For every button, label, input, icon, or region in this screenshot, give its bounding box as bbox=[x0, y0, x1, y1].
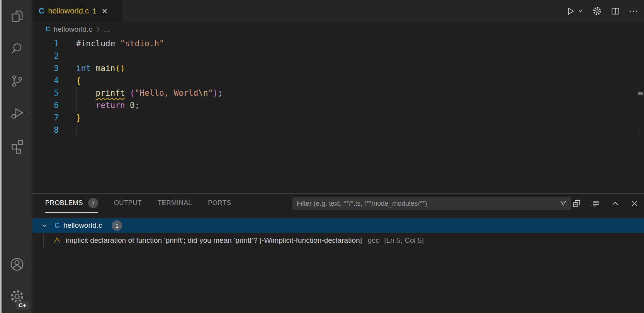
close-panel-icon[interactable] bbox=[630, 199, 639, 208]
code-line-content[interactable]: prinft ("Hello, World\n"); bbox=[76, 87, 644, 99]
problem-item[interactable]: ⚠ implicit declaration of function ‘prin… bbox=[32, 233, 644, 247]
code-line[interactable]: 2 bbox=[32, 50, 644, 62]
panel-tab-label: TERMINAL bbox=[158, 199, 192, 207]
problem-source: gcc bbox=[368, 236, 379, 245]
warning-icon: ⚠ bbox=[53, 236, 61, 244]
problems-filter bbox=[292, 197, 571, 210]
panel-tab-problems[interactable]: PROBLEMS1 bbox=[45, 194, 98, 213]
line-number[interactable]: 2 bbox=[32, 50, 59, 62]
code-token bbox=[76, 101, 96, 110]
code-lines: 1#include "stdio.h"23int main()4{5 prinf… bbox=[32, 37, 644, 136]
editor-tab-bar: C helloworld.c 1 × bbox=[32, 0, 644, 22]
line-number[interactable]: 6 bbox=[32, 99, 59, 112]
code-token: 0 bbox=[130, 101, 135, 110]
manage-button[interactable]: C+ bbox=[2, 281, 32, 312]
line-number[interactable]: 8 bbox=[32, 124, 59, 136]
chevron-down-icon[interactable] bbox=[41, 222, 48, 229]
panel-header: PROBLEMS1OUTPUTTERMINALPORTS bbox=[32, 194, 644, 213]
problems-file-row[interactable]: C helloworld.c 1 bbox=[32, 218, 644, 233]
bottom-panel: PROBLEMS1OUTPUTTERMINALPORTS bbox=[32, 193, 644, 313]
panel-tab-label: PORTS bbox=[208, 199, 231, 207]
code-line[interactable]: 1#include "stdio.h" bbox=[32, 37, 644, 50]
code-token: main bbox=[96, 64, 116, 73]
problems-list: C helloworld.c 1 ⚠ implicit declaration … bbox=[32, 218, 644, 247]
code-line-content[interactable]: { bbox=[76, 74, 644, 87]
sidebar-item-run-debug[interactable] bbox=[2, 97, 32, 130]
overview-ruler-marker bbox=[638, 92, 643, 95]
run-icon[interactable] bbox=[565, 6, 575, 16]
c-file-icon: C bbox=[54, 222, 59, 230]
c-file-icon: C bbox=[39, 7, 44, 15]
line-number[interactable]: 3 bbox=[32, 62, 59, 74]
code-token: return bbox=[96, 101, 125, 110]
line-number[interactable]: 5 bbox=[32, 87, 59, 99]
accounts-button[interactable] bbox=[2, 248, 32, 281]
panel-tab-ports[interactable]: PORTS bbox=[208, 194, 231, 213]
editor-actions bbox=[565, 0, 639, 22]
panel-tab-output[interactable]: OUTPUT bbox=[114, 194, 142, 213]
code-line[interactable]: 5 prinft ("Hello, World\n"); bbox=[32, 87, 644, 99]
problems-count-badge: 1 bbox=[112, 220, 122, 231]
chevron-right-icon bbox=[95, 26, 101, 32]
code-line-content[interactable]: #include "stdio.h" bbox=[76, 37, 644, 50]
close-icon[interactable]: × bbox=[102, 7, 107, 15]
warning-token: prinft bbox=[96, 88, 125, 98]
line-number[interactable]: 1 bbox=[32, 37, 59, 50]
code-token bbox=[125, 88, 130, 98]
code-token: () bbox=[115, 64, 125, 73]
sidebar-item-extensions[interactable] bbox=[2, 130, 32, 162]
code-token: { bbox=[76, 76, 81, 85]
code-token: } bbox=[76, 113, 81, 122]
view-as-table-icon[interactable] bbox=[591, 199, 600, 208]
debug-icon bbox=[9, 106, 25, 121]
code-line-content[interactable] bbox=[76, 124, 639, 136]
problems-file-name: helloworld.c bbox=[63, 221, 102, 230]
c-file-icon: C bbox=[46, 26, 50, 33]
sidebar-item-explorer[interactable] bbox=[2, 0, 32, 32]
source-control-icon bbox=[9, 73, 25, 89]
code-token: "Hello, World bbox=[135, 88, 198, 98]
tab-helloworld[interactable]: C helloworld.c 1 × bbox=[32, 0, 122, 22]
problem-message: implicit declaration of function ‘prinft… bbox=[66, 236, 362, 245]
activity-bar: C+ bbox=[2, 0, 32, 313]
code-line-content[interactable]: } bbox=[76, 112, 644, 124]
code-token bbox=[76, 88, 96, 98]
code-token: ; bbox=[218, 88, 223, 98]
code-line[interactable]: 7} bbox=[32, 112, 644, 124]
collapse-all-icon[interactable] bbox=[572, 199, 581, 208]
more-actions-icon[interactable] bbox=[629, 6, 639, 16]
code-line-content[interactable]: int main() bbox=[76, 62, 644, 74]
split-editor-icon[interactable] bbox=[610, 6, 620, 16]
chevron-down-icon[interactable] bbox=[577, 8, 584, 14]
panel-tabs: PROBLEMS1OUTPUTTERMINALPORTS bbox=[45, 194, 247, 213]
problems-badge: 1 bbox=[88, 198, 98, 208]
account-icon bbox=[8, 256, 25, 273]
breadcrumb-symbol[interactable]: ... bbox=[104, 25, 110, 34]
tab-problems-count: 1 bbox=[92, 7, 97, 15]
panel-tab-label: PROBLEMS bbox=[45, 199, 83, 207]
run-button-group[interactable] bbox=[565, 6, 584, 16]
sidebar-item-source-control[interactable] bbox=[2, 65, 32, 97]
panel-tab-terminal[interactable]: TERMINAL bbox=[158, 194, 192, 213]
line-number[interactable]: 4 bbox=[32, 74, 59, 87]
activity-bar-bottom: C+ bbox=[2, 248, 32, 312]
breadcrumb[interactable]: C helloworld.c ... bbox=[32, 22, 644, 37]
code-line-content[interactable] bbox=[76, 50, 644, 62]
line-number[interactable]: 7 bbox=[32, 112, 59, 124]
settings-gear-icon[interactable] bbox=[592, 6, 602, 16]
files-icon bbox=[9, 8, 25, 24]
sidebar-item-search[interactable] bbox=[2, 32, 32, 65]
code-token bbox=[91, 64, 96, 73]
filter-icon[interactable] bbox=[559, 199, 568, 208]
editor[interactable]: C helloworld.c ... 1#include "stdio.h"23… bbox=[32, 22, 644, 193]
language-badge: C+ bbox=[15, 301, 29, 310]
breadcrumb-file[interactable]: helloworld.c bbox=[54, 25, 92, 34]
maximize-panel-icon[interactable] bbox=[611, 199, 620, 208]
filter-input[interactable] bbox=[292, 197, 571, 210]
code-line-content[interactable]: return 0; bbox=[76, 99, 644, 112]
code-token: int bbox=[76, 64, 91, 73]
code-line[interactable]: 4{ bbox=[32, 74, 644, 87]
code-line[interactable]: 3int main() bbox=[32, 62, 644, 74]
code-line[interactable]: 8 bbox=[32, 124, 644, 136]
code-line[interactable]: 6 return 0; bbox=[32, 99, 644, 112]
